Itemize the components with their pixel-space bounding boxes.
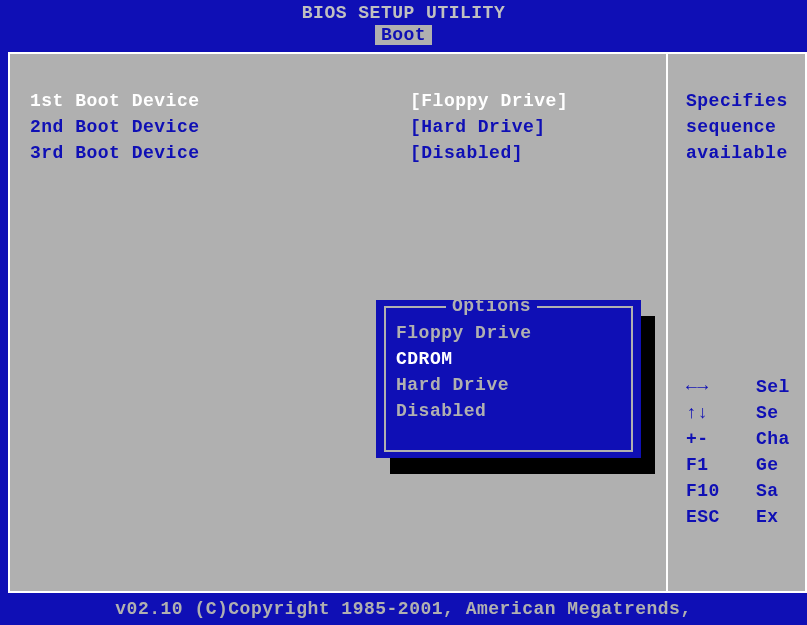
boot-value: [Disabled] [410,140,523,166]
key-plusminus-icon: +- [686,426,756,452]
header: BIOS SETUP UTILITY Boot [0,0,807,48]
key-desc: Cha [756,426,790,452]
key-row: ←→ Sel [686,374,805,400]
key-esc: ESC [686,504,756,530]
options-popup: Options Floppy Drive CDROM Hard Drive Di… [376,300,641,458]
key-desc: Sa [756,478,779,504]
boot-value: [Hard Drive] [410,114,546,140]
tab-boot[interactable]: Boot [375,25,432,45]
key-desc: Ge [756,452,779,478]
key-row: F10 Sa [686,478,805,504]
utility-title: BIOS SETUP UTILITY [0,3,807,23]
key-arrows-lr-icon: ←→ [686,374,756,400]
help-line: Specifies [686,88,797,114]
key-arrows-ud-icon: ↑↓ [686,400,756,426]
key-desc: Sel [756,374,790,400]
boot-device-2[interactable]: 2nd Boot Device [Hard Drive] [30,114,646,140]
boot-device-1[interactable]: 1st Boot Device [Floppy Drive] [30,88,646,114]
help-line: sequence [686,114,797,140]
option-cdrom[interactable]: CDROM [396,346,621,372]
popup-title: Options [446,300,537,316]
key-row: ↑↓ Se [686,400,805,426]
settings-panel: 1st Boot Device [Floppy Drive] 2nd Boot … [8,52,668,593]
help-panel: Specifies sequence available ←→ Sel ↑↓ S… [668,52,807,593]
key-f1: F1 [686,452,756,478]
key-row: ESC Ex [686,504,805,530]
help-line: available [686,140,797,166]
option-disabled[interactable]: Disabled [396,398,621,424]
boot-device-3[interactable]: 3rd Boot Device [Disabled] [30,140,646,166]
key-desc: Se [756,400,779,426]
key-help: ←→ Sel ↑↓ Se +- Cha F1 Ge F10 Sa [686,374,805,530]
boot-value: [Floppy Drive] [410,88,568,114]
footer-copyright: v02.10 (C)Copyright 1985-2001, American … [0,595,807,625]
boot-label: 1st Boot Device [30,88,410,114]
key-f10: F10 [686,478,756,504]
key-row: +- Cha [686,426,805,452]
boot-label: 3rd Boot Device [30,140,410,166]
option-floppy[interactable]: Floppy Drive [396,320,621,346]
key-desc: Ex [756,504,779,530]
option-harddrive[interactable]: Hard Drive [396,372,621,398]
key-row: F1 Ge [686,452,805,478]
boot-label: 2nd Boot Device [30,114,410,140]
